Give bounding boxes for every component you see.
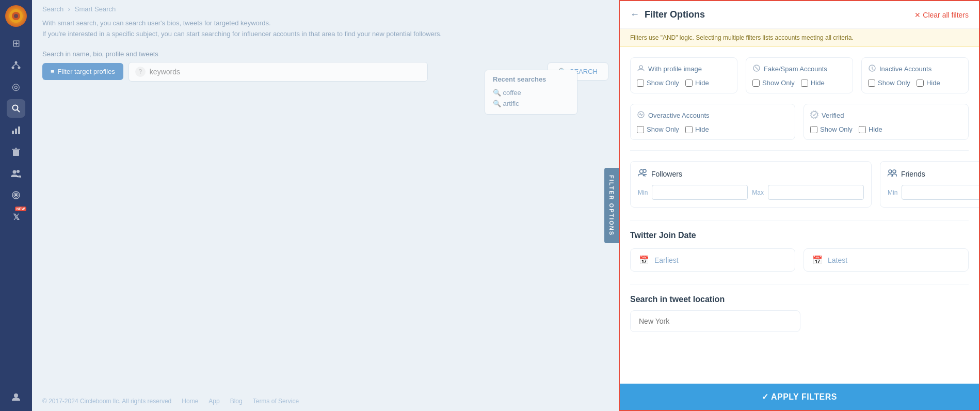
filter-target-profiles-button[interactable]: ≡ Filter target profiles: [42, 63, 123, 80]
filter-options-tab-label: FILTER OPTIONS: [608, 175, 615, 236]
sidebar: ⊞ ◎: [0, 0, 32, 411]
svg-point-22: [639, 66, 642, 69]
overactive-show-only-label: Show Only: [647, 125, 679, 133]
sidebar-icon-profile[interactable]: [7, 387, 25, 406]
location-input[interactable]: [630, 310, 800, 332]
inactive-hide-checkbox[interactable]: Hide: [917, 79, 940, 87]
svg-rect-11: [15, 129, 17, 134]
section-divider-1: [630, 150, 969, 151]
page-description: With smart search, you can search user's…: [32, 18, 619, 45]
search-input[interactable]: [150, 68, 421, 76]
date-section: Twitter Join Date 📅 Earliest 📅 Latest: [630, 231, 969, 272]
svg-line-24: [755, 67, 758, 70]
filter-row-2: Overactive Accounts Show Only Hide: [630, 104, 969, 140]
search-input-wrap: ?: [128, 62, 428, 82]
fake-spam-hide-input[interactable]: [801, 80, 808, 87]
filter-icon: ≡: [51, 68, 55, 75]
verified-hide-input[interactable]: [859, 126, 866, 133]
date-earliest-label: Earliest: [654, 256, 679, 264]
footer-link-blog[interactable]: Blog: [230, 398, 243, 405]
recent-searches-title: Recent searches: [493, 75, 569, 83]
profile-image-label: With profile image: [648, 65, 702, 73]
overactive-show-only-input[interactable]: [637, 126, 644, 133]
filter-header: ← Filter Options ✕ Clear all filters: [620, 1, 979, 29]
inactive-show-only-checkbox[interactable]: Show Only: [868, 79, 910, 87]
sidebar-icon-target[interactable]: ◎: [7, 77, 25, 96]
inactive-hide-input[interactable]: [917, 80, 924, 87]
calendar-icon-earliest: 📅: [639, 255, 649, 265]
fake-spam-show-only-label: Show Only: [762, 79, 795, 87]
fake-spam-show-only-input[interactable]: [752, 80, 760, 87]
inactive-show-only-label: Show Only: [878, 79, 910, 87]
sidebar-icon-network[interactable]: [7, 56, 25, 74]
profile-image-hide-input[interactable]: [685, 80, 693, 87]
fake-spam-icon: [752, 64, 761, 74]
sidebar-icon-insights[interactable]: [7, 186, 25, 204]
verified-show-only-input[interactable]: [810, 126, 817, 133]
filter-panel: ← Filter Options ✕ Clear all filters Fil…: [619, 0, 980, 411]
date-section-title: Twitter Join Date: [630, 231, 969, 240]
new-badge: NEW: [15, 207, 26, 211]
friends-icon: [888, 169, 897, 179]
profile-image-show-only-checkbox[interactable]: Show Only: [637, 79, 679, 87]
breadcrumb-parent: Search: [42, 5, 63, 13]
friends-min-input[interactable]: [902, 185, 979, 200]
fake-spam-show-only-checkbox[interactable]: Show Only: [752, 79, 795, 87]
fake-spam-label: Fake/Spam Accounts: [764, 65, 827, 73]
breadcrumb-current: Smart Search: [75, 5, 116, 13]
footer-link-home[interactable]: Home: [182, 398, 198, 405]
sidebar-icon-dashboard[interactable]: ⊞: [7, 34, 25, 53]
back-button[interactable]: ←: [630, 9, 639, 20]
filter-item-inactive: Inactive Accounts Show Only Hide: [861, 57, 969, 93]
sidebar-icon-users[interactable]: [7, 164, 25, 183]
apply-filters-button[interactable]: ✓ APPLY FILTERS: [620, 384, 979, 410]
followers-min-input[interactable]: [652, 185, 748, 200]
filter-item-fake-spam: Fake/Spam Accounts Show Only Hide: [746, 57, 853, 93]
overactive-label: Overactive Accounts: [648, 112, 710, 119]
svg-rect-10: [12, 131, 14, 134]
overactive-hide-checkbox[interactable]: Hide: [685, 125, 709, 133]
date-latest-input[interactable]: 📅 Latest: [804, 248, 969, 272]
sidebar-icon-delete[interactable]: [7, 143, 25, 161]
footer-copyright: © 2017-2024 Circleboom llc. All rights r…: [42, 398, 171, 405]
sidebar-icon-analytics[interactable]: [7, 121, 25, 139]
footer-link-app[interactable]: App: [208, 398, 219, 405]
sidebar-icon-search[interactable]: [7, 99, 25, 118]
breadcrumb: Search › Smart Search: [32, 0, 619, 18]
filter-options-tab[interactable]: FILTER OPTIONS: [604, 168, 619, 243]
range-filter-row: Followers Min Max: [630, 161, 969, 208]
profile-image-show-only-label: Show Only: [647, 79, 679, 87]
overactive-icon: [637, 110, 645, 120]
overactive-hide-label: Hide: [695, 125, 709, 133]
svg-point-29: [889, 170, 892, 173]
verified-icon: [810, 110, 818, 120]
range-item-friends: Friends Min Max: [880, 161, 979, 208]
verified-hide-checkbox[interactable]: Hide: [859, 125, 882, 133]
profile-image-hide-checkbox[interactable]: Hide: [685, 79, 709, 87]
verified-show-only-checkbox[interactable]: Show Only: [810, 125, 853, 133]
profile-image-show-only-input[interactable]: [637, 80, 644, 87]
svg-point-8: [13, 105, 18, 110]
date-earliest-input[interactable]: 📅 Earliest: [630, 248, 795, 272]
inactive-label: Inactive Accounts: [879, 65, 931, 73]
footer-link-terms[interactable]: Terms of Service: [253, 398, 299, 405]
followers-min-label: Min: [638, 189, 648, 196]
followers-max-input[interactable]: [768, 185, 864, 200]
recent-item-2[interactable]: 🔍 artific: [493, 98, 569, 109]
overactive-show-only-checkbox[interactable]: Show Only: [637, 125, 679, 133]
breadcrumb-separator: ›: [68, 5, 70, 13]
profile-image-icon: [637, 64, 645, 74]
verified-label: Verified: [822, 112, 844, 119]
filter-row-1: With profile image Show Only Hide: [630, 57, 969, 93]
inactive-show-only-input[interactable]: [868, 80, 875, 87]
clear-all-filters-button[interactable]: ✕ Clear all filters: [914, 11, 969, 19]
inactive-icon: [868, 64, 876, 74]
sidebar-icon-x[interactable]: 𝕏 NEW: [7, 208, 25, 226]
footer: © 2017-2024 Circleboom llc. All rights r…: [32, 391, 619, 411]
range-item-followers: Followers Min Max: [630, 161, 872, 208]
svg-point-2: [14, 14, 18, 18]
fake-spam-hide-label: Hide: [811, 79, 825, 87]
overactive-hide-input[interactable]: [685, 126, 693, 133]
recent-item-1[interactable]: 🔍 coffee: [493, 87, 569, 98]
fake-spam-hide-checkbox[interactable]: Hide: [801, 79, 825, 87]
